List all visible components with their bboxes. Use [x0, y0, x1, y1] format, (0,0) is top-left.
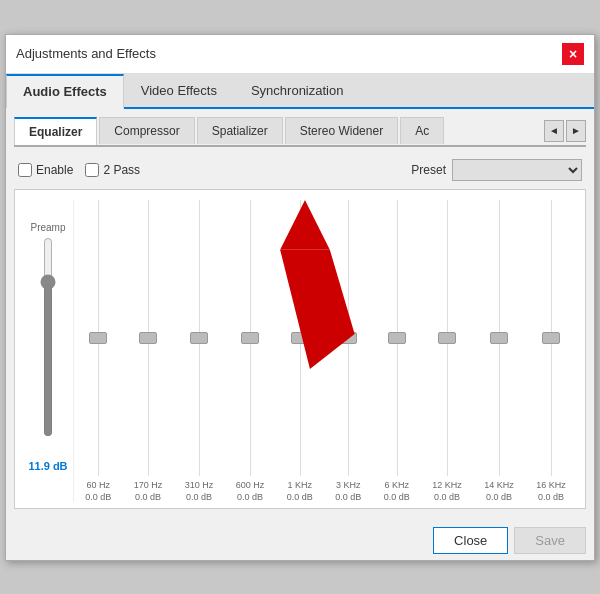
freq-slider-track-8 [484, 200, 514, 476]
freq-label-9: 16 KHz [536, 480, 566, 492]
freq-col-8: 14 KHz0.0 dB [482, 200, 516, 502]
freq-col-6: 6 KHz0.0 dB [382, 200, 412, 502]
bottom-bar: Close Save [6, 517, 594, 560]
sub-tab-next-button[interactable]: ► [566, 120, 586, 142]
preamp-slider-wrap: Preamp [30, 200, 65, 460]
freq-col-1: 170 Hz0.0 dB [132, 200, 165, 502]
preamp-label: Preamp [30, 222, 65, 233]
freq-label-6: 6 KHz [384, 480, 409, 492]
freq-label-7: 12 KHz [432, 480, 462, 492]
sub-tab-compressor[interactable]: Compressor [99, 117, 194, 144]
preset-select[interactable] [452, 159, 582, 181]
freq-value-0: 0.0 dB [85, 492, 111, 502]
twopass-label: 2 Pass [103, 163, 140, 177]
enable-label: Enable [36, 163, 73, 177]
freq-slider-thumb-9[interactable] [542, 332, 560, 344]
title-bar: Adjustments and Effects × [6, 35, 594, 74]
sliders-container: Preamp 11.9 dB 60 Hz0.0 dB170 Hz0.0 dB31… [23, 200, 577, 502]
freq-col-0: 60 Hz0.0 dB [83, 200, 113, 502]
main-tab-audio-effects[interactable]: Audio Effects [6, 74, 124, 109]
preamp-slider[interactable] [38, 237, 58, 437]
freq-label-4: 1 KHz [287, 480, 312, 492]
freq-value-9: 0.0 dB [538, 492, 564, 502]
freq-col-3: 600 Hz0.0 dB [234, 200, 267, 502]
main-tab-synchronization[interactable]: Synchronization [234, 74, 361, 107]
freq-col-4: 1 KHz0.0 dB [285, 200, 315, 502]
preamp-value: 11.9 dB [28, 460, 67, 472]
freq-slider-thumb-5[interactable] [339, 332, 357, 344]
sub-tab-prev-button[interactable]: ◄ [544, 120, 564, 142]
adjustments-dialog: Adjustments and Effects × Audio EffectsV… [5, 34, 595, 561]
freq-slider-track-2 [185, 200, 214, 476]
enable-group: Enable [18, 163, 73, 177]
sub-tab-equalizer[interactable]: Equalizer [14, 117, 97, 145]
freq-slider-track-4 [287, 200, 313, 476]
freq-slider-thumb-4[interactable] [291, 332, 309, 344]
twopass-group: 2 Pass [85, 163, 140, 177]
main-tab-bar: Audio EffectsVideo EffectsSynchronizatio… [6, 74, 594, 109]
freq-slider-thumb-0[interactable] [89, 332, 107, 344]
freq-slider-track-5 [335, 200, 361, 476]
enable-checkbox[interactable] [18, 163, 32, 177]
freq-value-3: 0.0 dB [237, 492, 263, 502]
freq-col-9: 16 KHz0.0 dB [534, 200, 568, 502]
freq-label-8: 14 KHz [484, 480, 514, 492]
freq-value-7: 0.0 dB [434, 492, 460, 502]
main-tab-video-effects[interactable]: Video Effects [124, 74, 234, 107]
freq-slider-thumb-1[interactable] [139, 332, 157, 344]
equalizer-area: Preamp 11.9 dB 60 Hz0.0 dB170 Hz0.0 dB31… [14, 189, 586, 509]
freq-value-4: 0.0 dB [287, 492, 313, 502]
freq-col-5: 3 KHz0.0 dB [333, 200, 363, 502]
preset-group: Preset [411, 159, 582, 181]
preset-label: Preset [411, 163, 446, 177]
freq-value-1: 0.0 dB [135, 492, 161, 502]
window-close-button[interactable]: × [562, 43, 584, 65]
freq-value-2: 0.0 dB [186, 492, 212, 502]
freq-value-6: 0.0 dB [384, 492, 410, 502]
freq-label-5: 3 KHz [336, 480, 361, 492]
freq-col-2: 310 Hz0.0 dB [183, 200, 216, 502]
close-button[interactable]: Close [433, 527, 508, 554]
freq-slider-thumb-8[interactable] [490, 332, 508, 344]
controls-bar: Enable 2 Pass Preset [14, 155, 586, 189]
freq-slider-track-6 [384, 200, 410, 476]
freq-label-2: 310 Hz [185, 480, 214, 492]
sub-tab-stereo-widener[interactable]: Stereo Widener [285, 117, 398, 144]
freq-slider-track-9 [536, 200, 566, 476]
frequency-columns: 60 Hz0.0 dB170 Hz0.0 dB310 Hz0.0 dB600 H… [73, 200, 577, 502]
freq-value-5: 0.0 dB [335, 492, 361, 502]
dialog-content: EqualizerCompressorSpatializerStereo Wid… [6, 109, 594, 517]
freq-slider-track-3 [236, 200, 265, 476]
freq-slider-thumb-7[interactable] [438, 332, 456, 344]
dialog-title: Adjustments and Effects [16, 46, 156, 61]
freq-slider-track-1 [134, 200, 163, 476]
save-button: Save [514, 527, 586, 554]
freq-slider-track-0 [85, 200, 111, 476]
twopass-checkbox[interactable] [85, 163, 99, 177]
freq-col-7: 12 KHz0.0 dB [430, 200, 464, 502]
freq-slider-thumb-3[interactable] [241, 332, 259, 344]
freq-value-8: 0.0 dB [486, 492, 512, 502]
freq-label-0: 60 Hz [86, 480, 110, 492]
sub-tab-nav: ◄► [544, 120, 586, 142]
sub-tab-ac[interactable]: Ac [400, 117, 444, 144]
preamp-column: Preamp 11.9 dB [23, 200, 73, 502]
freq-slider-thumb-2[interactable] [190, 332, 208, 344]
sub-tab-spatializer[interactable]: Spatializer [197, 117, 283, 144]
freq-slider-thumb-6[interactable] [388, 332, 406, 344]
freq-label-1: 170 Hz [134, 480, 163, 492]
sub-tab-bar: EqualizerCompressorSpatializerStereo Wid… [14, 117, 586, 147]
freq-label-3: 600 Hz [236, 480, 265, 492]
freq-slider-track-7 [432, 200, 462, 476]
